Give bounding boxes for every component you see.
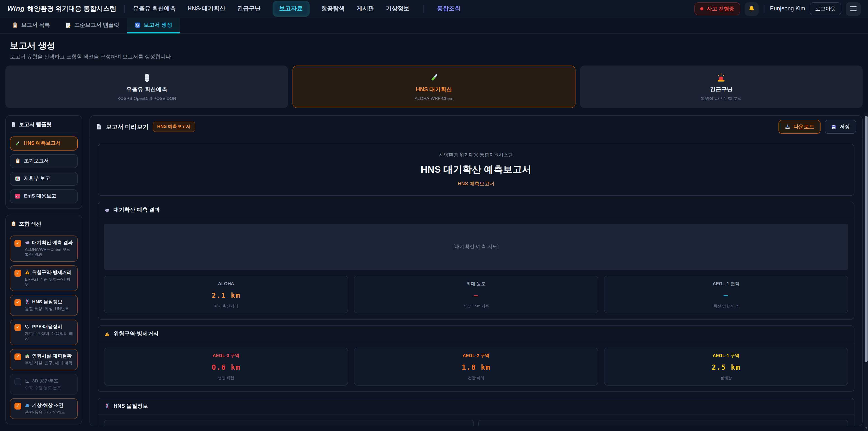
divider — [423, 5, 423, 13]
checkbox-checked[interactable]: ✓ — [14, 270, 21, 276]
section-item-title: PPE·대응장비 — [32, 324, 62, 329]
report-document: 해양환경 위기대응 통합지원시스템 HNS 대기확산 예측보고서 HNS 예측보… — [90, 138, 862, 426]
section-item-weather[interactable]: ✓ 기상·해상 조건 풍향·풍속, 대기안정도 — [10, 398, 78, 419]
section-item-subtitle: ALOHA/WRF-Chem 모델 확산 결과 — [25, 247, 73, 257]
vertical-scrollbar[interactable]: ▼ — [864, 113, 868, 431]
metric-label: AEGL-1 면적 — [606, 281, 846, 287]
scrollbar-down-arrow[interactable]: ▼ — [864, 427, 868, 430]
bar-chart-icon — [15, 176, 20, 181]
template-item-label: 초기보고서 — [24, 158, 49, 164]
download-label: 다운로드 — [794, 123, 814, 130]
nav-item-integrated-search[interactable]: 통합조회 — [437, 5, 460, 13]
metric-sub: 최대 확산거리 — [106, 304, 346, 308]
preview-title: 보고서 미리보기 — [106, 123, 149, 131]
page-subtitle: 보고서 유형을 선택하고 포함할 섹션을 구성하여 보고서를 생성합니다. — [10, 53, 863, 60]
field-un-number: UN번호 UN 1114 — [478, 420, 848, 426]
metric-value: 2.5 km — [606, 363, 846, 372]
memo-icon — [65, 22, 71, 28]
metric-value: 2.1 km — [106, 291, 346, 300]
metric-sub: 확산 영향 면적 — [606, 304, 846, 308]
metric-value: 1.8 km — [356, 363, 596, 372]
report-org-line: 해양환경 위기대응 통합지원시스템 — [103, 152, 849, 158]
metric-aloha: ALOHA 2.1 km 최대 확산거리 — [104, 276, 348, 313]
templates-panel-title: 보고서 템플릿 — [19, 121, 52, 128]
svg-text:SOS: SOS — [16, 195, 20, 197]
bell-icon — [748, 5, 755, 12]
checkbox-checked[interactable]: ✓ — [14, 403, 21, 409]
section-item-dispersion[interactable]: ✓ 대기확산 예측 결과 ALOHA/WRF-Chem 모델 확산 결과 — [10, 236, 78, 261]
metric-sub: 생명 위협 — [106, 376, 346, 380]
scrollbar-thumb[interactable] — [865, 116, 868, 362]
notification-button[interactable] — [745, 2, 758, 16]
divider — [764, 5, 765, 13]
section-item-title: 대기확산 예측 결과 — [32, 240, 73, 245]
section-item-danger-zone[interactable]: ✓ 위험구역·방제거리 ERPGs 기준 위험구역 범위 — [10, 265, 78, 291]
metric-label: ALOHA — [106, 281, 346, 287]
type-card-oil-spill[interactable]: 유출유 확산예측 KOSPS·OpenDrift·POSEIDON — [5, 65, 288, 108]
nav-item-aerial-search[interactable]: 항공탐색 — [321, 5, 345, 13]
user-name: Eunjeong Kim — [770, 5, 805, 12]
type-card-hns-selected[interactable]: HNS 대기확산 ALOHA·WRF-Chem — [293, 65, 576, 108]
field-value: 벤젠 (Benzene) — [426, 426, 468, 426]
nav-item-rescue[interactable]: 긴급구난 — [237, 5, 260, 13]
tab-report-list[interactable]: 보고서 목록 — [4, 18, 58, 33]
metric-sub: 지상 1.5m 기준 — [356, 304, 596, 308]
app-title: 해양환경 위기대응 통합시스템 — [27, 4, 116, 13]
sections-panel-header: 포함 섹션 — [10, 219, 78, 232]
download-button[interactable]: 다운로드 — [778, 120, 820, 134]
save-button[interactable]: 저장 — [825, 120, 856, 134]
incident-status-label: 사고 진행중 — [707, 6, 734, 12]
template-item-label: HNS 예측보고서 — [24, 140, 61, 147]
type-card-title: 긴급구난 — [710, 86, 733, 93]
checkbox-checked[interactable]: ✓ — [14, 299, 21, 306]
section-item-title: 영향시설·대피현황 — [32, 353, 72, 359]
checkbox-checked[interactable]: ✓ — [14, 240, 21, 247]
tab-standard-template[interactable]: 표준보고서 템플릿 — [58, 18, 127, 33]
type-card-subtitle: ALOHA·WRF-Chem — [414, 96, 453, 101]
school-icon — [25, 353, 30, 359]
clipboard-icon — [11, 221, 16, 226]
nav-item-hns-dispersion[interactable]: HNS·대기확산 — [187, 5, 225, 13]
tab-report-create-active[interactable]: 보고서 생성 — [127, 18, 180, 33]
clipboard-icon — [15, 158, 20, 164]
section-item-subtitle: 주변 시설, 인구, 대피 계획 — [25, 361, 72, 366]
report-title-block: 해양환경 위기대응 통합지원시스템 HNS 대기확산 예측보고서 HNS 예측보… — [98, 144, 855, 196]
section-item-facilities[interactable]: ✓ 영향시설·대피현황 주변 시설, 인구, 대피 계획 — [10, 349, 78, 370]
section-item-subtitle: 물질 특성, 독성, UN번호 — [25, 307, 69, 312]
tab-label: 보고서 생성 — [144, 22, 172, 29]
nav-item-board[interactable]: 게시판 — [356, 5, 374, 13]
template-item-hns[interactable]: HNS 예측보고서 — [10, 136, 78, 150]
dna-icon — [104, 403, 110, 409]
logout-button[interactable]: 로그아웃 — [810, 2, 841, 16]
metric-aegl3-zone: AEGL-3 구역 0.6 km 생명 위협 — [104, 348, 348, 386]
doc-section-dispersion: 대기확산 예측 결과 [대기확산 예측 지도] ALOHA 2.1 km 최대 … — [98, 202, 855, 320]
substance-fields: 물질명 벤젠 (Benzene) UN번호 UN 1114 CAS번호 71-4… — [104, 420, 848, 426]
type-card-subtitle: 복원성·파손위험 분석 — [701, 96, 742, 101]
metric-aegl1-area: AEGL-1 면적 – 확산 영향 면적 — [604, 276, 848, 313]
section-item-ppe[interactable]: ✓ PPE·대응장비 개인보호장비, 대응장비 배치 — [10, 319, 78, 345]
nav-item-oil-spill[interactable]: 유출유 확산예측 — [133, 5, 176, 13]
dna-icon — [25, 299, 30, 304]
wave-icon — [25, 403, 30, 408]
section-item-substance[interactable]: ✓ HNS 물질정보 물질 특성, 독성, UN번호 — [10, 295, 78, 316]
oil-drum-icon — [142, 73, 152, 83]
section-item-title: 기상·해상 조건 — [32, 402, 64, 408]
download-tray-icon — [785, 124, 790, 129]
nav-item-weather[interactable]: 기상정보 — [386, 5, 409, 13]
checkbox-checked[interactable]: ✓ — [14, 324, 21, 331]
template-item-command[interactable]: 지휘부 보고 — [10, 172, 78, 186]
type-card-rescue[interactable]: 긴급구난 복원성·파손위험 분석 — [580, 65, 863, 108]
top-nav-bar: Wing 해양환경 위기대응 통합시스템 유출유 확산예측 HNS·대기확산 긴… — [0, 0, 868, 18]
metric-value: – — [356, 291, 596, 300]
metric-sub: 불쾌감 — [606, 376, 846, 380]
menu-button[interactable] — [846, 2, 861, 16]
template-item-label: 지휘부 보고 — [24, 175, 50, 182]
checkbox-checked[interactable]: ✓ — [14, 353, 21, 360]
section-item-3d-disabled: 3D 공간분포 수직·수평 농도 분포 — [10, 374, 78, 395]
nav-item-reports-active[interactable]: 보고자료 — [272, 1, 309, 17]
document-icon — [96, 124, 102, 130]
template-item-ems[interactable]: SOS EmS 대응보고 — [10, 189, 78, 203]
template-item-label: EmS 대응보고 — [24, 193, 56, 199]
checkbox-unchecked — [14, 378, 21, 385]
template-item-initial[interactable]: 초기보고서 — [10, 154, 78, 168]
